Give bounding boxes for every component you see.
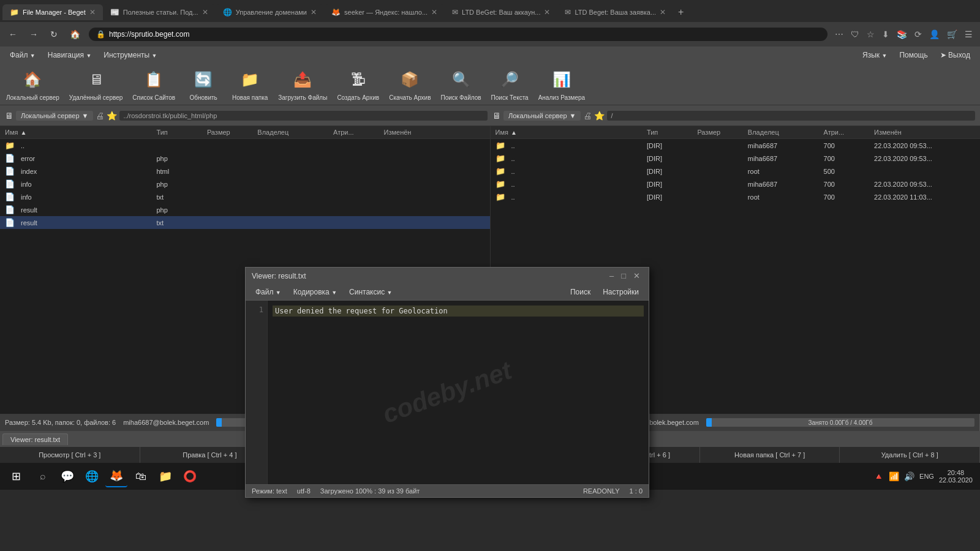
taskbar-vpn-icon[interactable]: ⭕: [179, 465, 201, 487]
file-attr: 700: [824, 142, 874, 149]
shortcut-btn-6[interactable]: Удалить [ Ctrl + 8 ]: [840, 447, 980, 463]
right-server-select[interactable]: Локальный сервер ▼: [503, 111, 581, 121]
tab-close-btn[interactable]: ✕: [544, 8, 550, 17]
dialog-close-btn[interactable]: ✕: [631, 271, 643, 280]
file-name: 📄result: [5, 205, 156, 214]
menu-icon[interactable]: ☰: [962, 27, 975, 42]
bottom-tab-viewer[interactable]: Viewer: result.txt: [2, 433, 68, 445]
left-path[interactable]: ../rosdorstroi.tk/public_html/php: [119, 111, 488, 121]
left-file-row-1[interactable]: 📄error php: [0, 152, 490, 165]
address-input[interactable]: [109, 30, 820, 39]
left-server-select[interactable]: Локальный сервер ▼: [16, 111, 93, 121]
download-icon[interactable]: ⬇: [880, 27, 892, 42]
browser-tab-1[interactable]: 📁File Manager - Beget✕: [2, 4, 103, 20]
icon-btn-create-archive[interactable]: 🗜Создать Архив: [337, 67, 379, 101]
browser-tab-6[interactable]: ✉LTD Beget: Ваша заявка...✕: [557, 4, 673, 20]
forward-button[interactable]: →: [26, 27, 42, 42]
code-area[interactable]: User denied the request for Geolocation: [268, 301, 649, 484]
left-file-row-2[interactable]: 📄index html: [0, 165, 490, 178]
taskbar-firefox-icon[interactable]: 🦊: [105, 465, 127, 487]
start-button[interactable]: ⊞: [2, 463, 29, 490]
tray-language[interactable]: ENG: [919, 473, 934, 480]
tab-close-btn[interactable]: ✕: [89, 8, 96, 17]
star-icon[interactable]: ☆: [864, 27, 877, 42]
tray-arrow-icon[interactable]: 🔺: [873, 471, 884, 481]
dialog-maximize-btn[interactable]: □: [619, 271, 628, 280]
tray-network-icon[interactable]: 📶: [889, 471, 899, 481]
right-file-row-0[interactable]: 📁.. [DIR] miha6687 700 22.03.2020 09:53.…: [491, 139, 981, 152]
left-file-row-3[interactable]: 📄info php: [0, 178, 490, 190]
tab-close-btn[interactable]: ✕: [202, 8, 208, 17]
tab-favicon: 🌐: [223, 8, 232, 17]
taskbar-cortana-icon[interactable]: 💬: [56, 465, 78, 487]
help-link[interactable]: Помощь: [894, 50, 932, 61]
icon-label-refresh: Обновить: [190, 94, 217, 101]
logout-link[interactable]: ➤ Выход: [935, 50, 975, 61]
right-bookmark-icon[interactable]: ⭐: [594, 111, 605, 121]
file-attr: 500: [824, 168, 874, 175]
browser-tab-4[interactable]: 🦊seeker — Яндекс: нашло...✕: [324, 4, 445, 20]
right-file-row-1[interactable]: 📁.. [DIR] miha6687 700 22.03.2020 09:53.…: [491, 152, 981, 165]
right-file-row-3[interactable]: 📁.. [DIR] miha6687 700 22.03.2020 09:53.…: [491, 178, 981, 190]
viewer-settings-btn[interactable]: Настройки: [598, 287, 644, 298]
home-button[interactable]: 🏠: [66, 27, 84, 42]
cart-icon[interactable]: 🛒: [944, 27, 960, 42]
left-file-row-4[interactable]: 📄info txt: [0, 190, 490, 203]
icon-btn-remote-server[interactable]: 🖥Удалённый сервер: [69, 67, 123, 101]
icon-btn-local-server[interactable]: 🏠Локальный сервер: [6, 67, 59, 101]
language-menu[interactable]: Язык ▼: [858, 50, 892, 61]
icon-btn-search-files[interactable]: 🔍Поиск Файлов: [440, 67, 481, 101]
left-file-row-0[interactable]: 📁..: [0, 139, 490, 152]
menu-navigation[interactable]: Навигация ▼: [43, 50, 97, 61]
taskbar-store-icon[interactable]: 🛍: [130, 465, 152, 487]
icon-btn-size-analysis[interactable]: 📊Анализ Размера: [538, 67, 585, 101]
bookmark-icon[interactable]: 🛡: [848, 27, 862, 42]
system-clock[interactable]: 20:48 22.03.2020: [939, 469, 973, 484]
browser-tab-5[interactable]: ✉LTD BeGet: Ваш аккаун...✕: [445, 4, 557, 20]
left-bookmark-icon[interactable]: ⭐: [107, 111, 117, 121]
menu-tools[interactable]: Инструменты ▼: [99, 50, 162, 61]
right-col-modified: Изменён: [874, 129, 975, 136]
tab-close-btn[interactable]: ✕: [660, 8, 666, 17]
tray-volume-icon[interactable]: 🔊: [904, 471, 914, 481]
library-icon[interactable]: 📚: [894, 27, 910, 42]
right-col-name[interactable]: Имя ▲: [496, 129, 647, 136]
dialog-minimize-btn[interactable]: –: [607, 271, 616, 280]
right-file-row-4[interactable]: 📁.. [DIR] root 700 22.03.2020 11:03...: [491, 190, 981, 203]
left-file-row-6[interactable]: 📄result txt: [0, 216, 490, 229]
clock-date: 22.03.2020: [939, 476, 973, 484]
dialog-title: Viewer: result.txt: [252, 272, 306, 280]
browser-tab-3[interactable]: 🌐Управление доменами✕: [216, 4, 324, 20]
new-tab-button[interactable]: +: [673, 7, 688, 18]
viewer-menu-file[interactable]: Файл ▼: [251, 287, 286, 298]
viewer-menu-encoding[interactable]: Кодировка ▼: [288, 287, 342, 298]
right-printer-icon[interactable]: 🖨: [583, 111, 592, 121]
icon-btn-search-text[interactable]: 🔎Поиск Текста: [491, 67, 529, 101]
icon-btn-site-list[interactable]: 📋Список Сайтов: [132, 67, 175, 101]
extensions-icon[interactable]: ⋯: [832, 27, 846, 42]
icon-btn-upload[interactable]: 📤Загрузить Файлы: [278, 67, 327, 101]
viewer-menu-syntax[interactable]: Синтаксис ▼: [344, 287, 397, 298]
icon-btn-download-archive[interactable]: 📦Скачать Архив: [389, 67, 431, 101]
left-printer-icon[interactable]: 🖨: [96, 111, 104, 121]
shortcut-btn-5[interactable]: Новая папка [ Ctrl + 7 ]: [700, 447, 840, 463]
left-col-name[interactable]: Имя ▲: [5, 129, 156, 136]
browser-tab-2[interactable]: 📰Полезные статьи. Под...✕: [103, 4, 216, 20]
account-icon[interactable]: 👤: [927, 27, 942, 42]
icon-btn-refresh[interactable]: 🔄Обновить: [185, 67, 222, 101]
shortcut-btn-0[interactable]: Просмотр [ Ctrl + 3 ]: [0, 447, 140, 463]
taskbar-search-button[interactable]: ⌕: [32, 465, 54, 487]
reload-button[interactable]: ↻: [47, 27, 61, 42]
menu-file[interactable]: Файл ▼: [5, 50, 40, 61]
taskbar-ie-icon[interactable]: 🌐: [81, 465, 103, 487]
icon-btn-new-folder[interactable]: 📁Новая папка: [232, 67, 268, 101]
right-file-row-2[interactable]: 📁.. [DIR] root 500: [491, 165, 981, 178]
left-file-row-5[interactable]: 📄result php: [0, 203, 490, 216]
taskbar-files-icon[interactable]: 📁: [154, 465, 176, 487]
sync-icon[interactable]: ⟳: [912, 27, 924, 42]
tab-close-btn[interactable]: ✕: [431, 8, 437, 17]
right-path[interactable]: /: [607, 111, 975, 121]
viewer-search-btn[interactable]: Поиск: [565, 287, 595, 298]
back-button[interactable]: ←: [5, 27, 21, 42]
tab-close-btn[interactable]: ✕: [311, 8, 317, 17]
